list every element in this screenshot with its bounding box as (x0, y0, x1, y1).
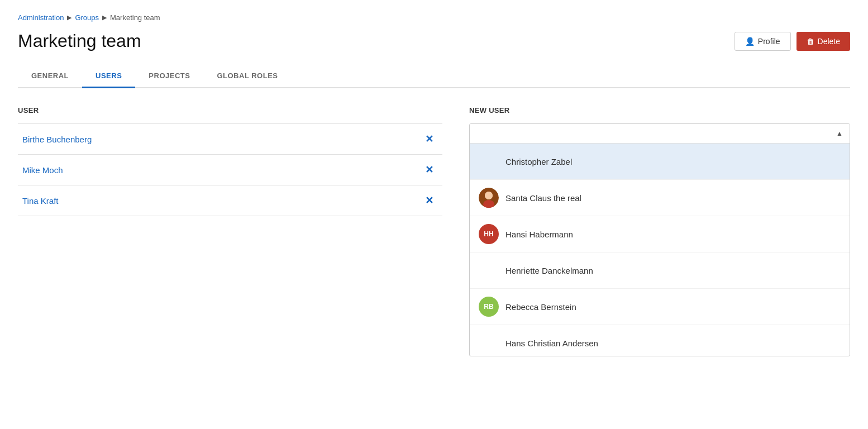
santa-avatar-svg (479, 188, 499, 208)
user-name-birthe[interactable]: Birthe Buchenberg (22, 135, 92, 144)
delete-button-label: Delete (818, 37, 840, 46)
candidate-name-rebecca: Rebecca Bernstein (505, 302, 576, 312)
avatar-placeholder-hans (479, 333, 499, 353)
breadcrumb-current: Marketing team (110, 13, 160, 22)
dropdown-list[interactable]: Christopher Zabel (470, 144, 850, 356)
avatar-santa (479, 188, 499, 208)
remove-user-tina-button[interactable]: ✕ (421, 193, 438, 208)
page-title: Marketing team (18, 31, 141, 51)
page-header: Marketing team 👤 Profile 🗑 Delete (18, 31, 850, 51)
candidate-name-hansi: Hansi Habermann (505, 230, 573, 239)
breadcrumb-groups[interactable]: Groups (75, 13, 99, 22)
avatar-hansi: HH (479, 224, 499, 244)
trash-icon: 🗑 (807, 37, 814, 46)
table-row: Birthe Buchenberg ✕ (18, 124, 442, 155)
users-panel: USER Birthe Buchenberg ✕ Mike Moch ✕ Tin… (18, 106, 442, 356)
remove-user-birthe-button[interactable]: ✕ (421, 132, 438, 146)
list-item[interactable]: Christopher Zabel (470, 144, 850, 180)
user-list: Birthe Buchenberg ✕ Mike Moch ✕ Tina Kra… (18, 123, 442, 216)
avatar-rebecca: RB (479, 297, 499, 317)
candidate-name-christopher: Christopher Zabel (505, 157, 572, 166)
chevron-up-icon: ▲ (836, 130, 843, 137)
tab-users[interactable]: USERS (82, 65, 135, 88)
list-item[interactable]: Santa Claus the real (470, 180, 850, 216)
candidate-name-hans: Hans Christian Andersen (505, 339, 598, 348)
table-row: Mike Moch ✕ (18, 155, 442, 185)
new-user-panel-label: NEW USER (469, 106, 850, 115)
candidate-name-santa: Santa Claus the real (505, 193, 581, 203)
tab-general[interactable]: GENERAL (18, 65, 82, 88)
avatar-placeholder-christopher (479, 151, 499, 171)
breadcrumb-separator-2: ▶ (102, 14, 107, 21)
user-name-tina[interactable]: Tina Kraft (22, 196, 58, 206)
breadcrumb-administration[interactable]: Administration (18, 13, 64, 22)
breadcrumb-separator-1: ▶ (67, 14, 71, 21)
person-icon: 👤 (745, 37, 755, 46)
users-panel-label: USER (18, 106, 442, 115)
profile-button[interactable]: 👤 Profile (735, 32, 791, 51)
delete-button[interactable]: 🗑 Delete (797, 32, 850, 51)
main-content: USER Birthe Buchenberg ✕ Mike Moch ✕ Tin… (18, 106, 850, 356)
list-item[interactable]: HH Hansi Habermann (470, 216, 850, 252)
profile-button-label: Profile (758, 37, 780, 46)
list-item[interactable]: RB Rebecca Bernstein (470, 289, 850, 325)
svg-point-3 (485, 192, 493, 199)
user-name-mike[interactable]: Mike Moch (22, 165, 63, 175)
remove-user-mike-button[interactable]: ✕ (421, 163, 438, 177)
tab-global-roles[interactable]: GLOBAL ROLES (203, 65, 291, 88)
table-row: Tina Kraft ✕ (18, 185, 442, 216)
tab-projects[interactable]: PROJECTS (135, 65, 203, 88)
breadcrumb: Administration ▶ Groups ▶ Marketing team (18, 13, 850, 22)
new-user-panel: NEW USER ▲ Christopher Zabel (469, 106, 850, 356)
list-item[interactable]: Hans Christian Andersen (470, 325, 850, 356)
avatar-placeholder-henriette (479, 260, 499, 280)
list-item[interactable]: Henriette Danckelmann (470, 252, 850, 289)
new-user-dropdown[interactable]: ▲ Christopher Zabel (469, 123, 850, 356)
header-actions: 👤 Profile 🗑 Delete (735, 32, 850, 51)
tabs-bar: GENERAL USERS PROJECTS GLOBAL ROLES (18, 65, 850, 88)
page-container: Administration ▶ Groups ▶ Marketing team… (0, 0, 868, 370)
dropdown-header[interactable]: ▲ (470, 124, 850, 144)
candidate-name-henriette: Henriette Danckelmann (505, 266, 593, 275)
